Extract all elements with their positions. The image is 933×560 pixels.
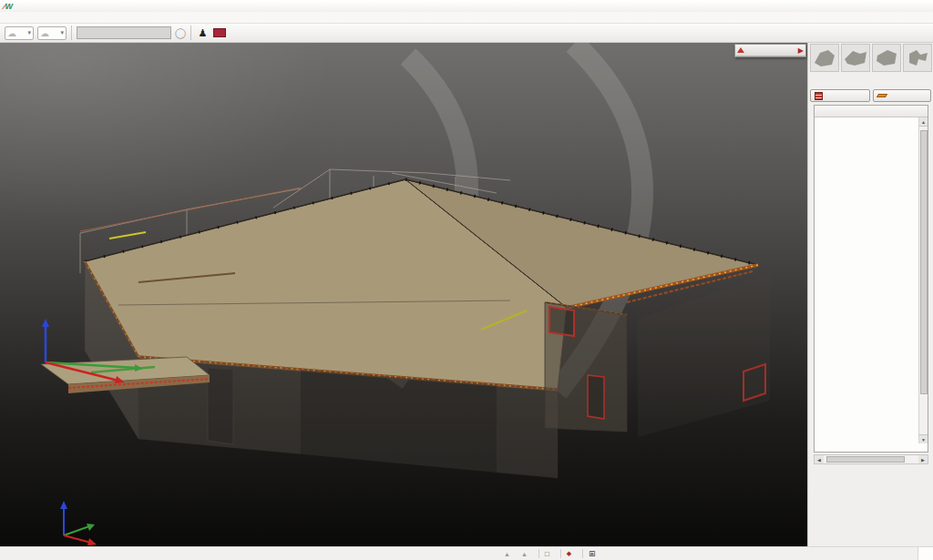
scroll-down-icon[interactable]: ▼ [919, 434, 928, 443]
window-frame [743, 364, 765, 401]
scroll-left-icon[interactable]: ◀ [815, 455, 824, 463]
view-preset-combo[interactable]: ☁▾ [5, 26, 34, 40]
warning-triangle-icon: ▲ [504, 551, 510, 557]
status-separator [582, 549, 583, 558]
scroll-up-icon[interactable]: ▲ [919, 117, 928, 127]
viewport-3d[interactable]: ▶ [0, 43, 807, 546]
sketch-mode-icon: ◆ [567, 550, 571, 557]
part-thumbnail-4[interactable] [903, 44, 932, 72]
beam-table-body [815, 117, 928, 443]
one-part-button[interactable] [873, 89, 931, 102]
plugins-palette: ▶ [734, 44, 806, 57]
door-opening [208, 368, 233, 444]
user-icon[interactable]: ♟ [195, 25, 210, 40]
assembly-button[interactable] [810, 89, 870, 102]
part-thumbnail-1[interactable] [810, 44, 839, 72]
job-number-field[interactable] [77, 26, 171, 39]
part-thumbnail-2[interactable] [841, 44, 870, 72]
status-separator [538, 549, 539, 558]
warning-triangle-icon: ▲ [521, 551, 528, 557]
ring-icon[interactable]: ◯ [175, 27, 186, 39]
view-axis-triad [60, 501, 97, 545]
one-part-icon [877, 94, 887, 97]
toolbar-separator [71, 25, 72, 40]
part-thumbnails [810, 44, 932, 72]
table-vertical-scrollbar[interactable]: ▲ ▼ [918, 117, 928, 443]
style-preset-combo[interactable]: ☁▾ [37, 26, 67, 40]
scroll-right-icon[interactable]: ▶ [918, 455, 928, 463]
toolbar-separator [190, 25, 191, 40]
window-frame [549, 307, 574, 336]
part-thumbnail-3[interactable] [872, 44, 901, 72]
scrollbar-thumb[interactable] [826, 456, 905, 463]
chevron-down-icon: ▾ [27, 29, 31, 36]
cloud-icon: ☁ [7, 28, 16, 38]
viewport-3d-model [0, 43, 807, 546]
door-frame [588, 375, 604, 419]
front-opening [301, 370, 497, 473]
assembly-icon [815, 92, 823, 100]
view-cube-icon: □ [545, 550, 549, 558]
scrollbar-thumb[interactable] [920, 130, 928, 394]
table-horizontal-scrollbar[interactable]: ◀ ▶ [814, 454, 928, 464]
plugins-logo-icon [737, 47, 744, 53]
menu-bar [0, 12, 933, 24]
session-flag-icon[interactable] [213, 28, 226, 37]
status-separator [560, 549, 561, 558]
chevron-down-icon: ▾ [60, 29, 64, 36]
parts-panel: ▲ ▼ ◀ ▶ [807, 43, 933, 546]
resize-grip[interactable] [918, 547, 933, 560]
app-logo-icon: ∕W [4, 2, 13, 11]
plugins-palette-header[interactable]: ▶ [735, 45, 805, 56]
cloud-icon: ☁ [40, 28, 49, 38]
far-wall [638, 273, 770, 437]
title-bar: ∕W [0, 0, 933, 12]
beam-table: ▲ ▼ [814, 105, 928, 453]
toolbar: ☁▾ ☁▾ ◯ ♟ [0, 24, 933, 43]
beam-table-header[interactable] [815, 106, 928, 117]
window-grid-icon[interactable]: ⊞ [589, 549, 596, 558]
status-bar: ▲ ▲ □ ◆ ⊞ [0, 546, 933, 560]
collapse-arrow-icon[interactable]: ▶ [798, 46, 804, 55]
